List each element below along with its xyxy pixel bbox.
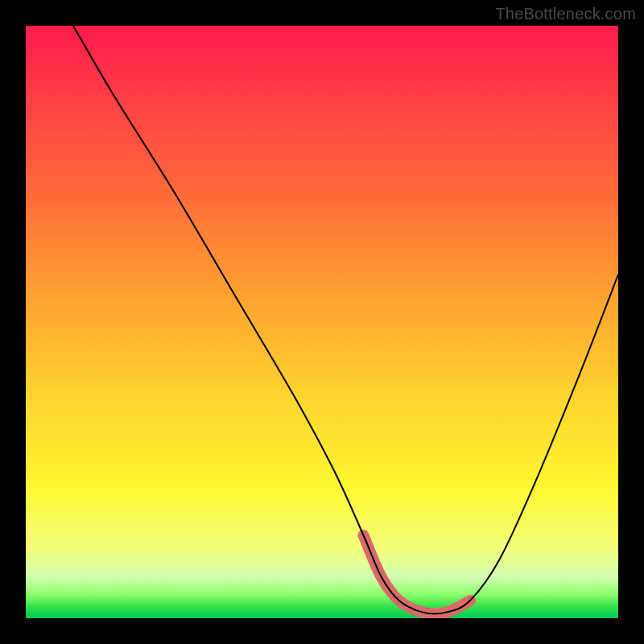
optimal-range-highlight: [364, 535, 471, 613]
bottleneck-curve-line: [73, 26, 618, 613]
bottleneck-curve-svg: [26, 26, 618, 618]
watermark-text: TheBottleneck.com: [495, 5, 636, 23]
plot-area: [26, 26, 618, 618]
chart-frame: TheBottleneck.com: [0, 0, 644, 644]
